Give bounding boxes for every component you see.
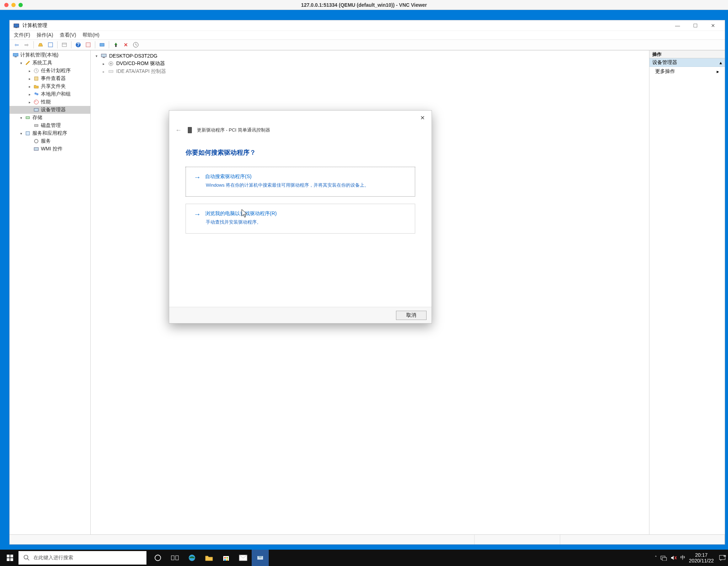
tree-collapse-icon[interactable]: ▾ — [19, 116, 23, 120]
tree-collapse-icon[interactable]: ▾ — [19, 61, 23, 65]
services-apps-icon — [25, 131, 31, 136]
taskbar-search[interactable]: 在此键入进行搜索 — [18, 551, 146, 565]
device-dvd[interactable]: ▸ DVD/CD-ROM 驱动器 — [94, 60, 646, 68]
tree-expand-icon[interactable]: ▸ — [27, 100, 32, 104]
tree-collapse-icon[interactable]: ▾ — [94, 54, 98, 58]
tree-expand-icon[interactable]: ▸ — [27, 77, 32, 81]
svg-rect-1 — [15, 27, 17, 28]
toolbar-enable-icon[interactable] — [112, 41, 120, 49]
computer-icon — [101, 53, 107, 59]
tray-up-arrow-icon[interactable]: ˄ — [655, 555, 657, 560]
svg-rect-41 — [224, 557, 226, 559]
option-browse-computer[interactable]: → 浏览我的电脑以查找驱动程序(R) 手动查找并安装驱动程序。 — [186, 204, 415, 234]
taskbar-edge-icon[interactable] — [183, 550, 200, 566]
toolbar-refresh-icon[interactable] — [84, 41, 92, 49]
actions-more-actions[interactable]: 更多操作 ▸ — [649, 67, 725, 76]
toolbar-up-icon[interactable] — [36, 41, 45, 49]
device-list-pane[interactable]: ▾ DESKTOP-DS3T2DG ▸ DVD/CD-ROM 驱动器 ▸ IDE… — [91, 50, 649, 534]
svg-rect-0 — [14, 24, 19, 27]
tools-icon — [25, 60, 31, 66]
menu-view[interactable]: 查看(V) — [60, 32, 76, 38]
svg-rect-7 — [86, 43, 90, 47]
device-host[interactable]: ▾ DESKTOP-DS3T2DG — [94, 52, 646, 60]
toolbar-update-driver-icon[interactable] — [132, 41, 140, 49]
mac-maximize-button[interactable] — [18, 3, 23, 7]
device-manager-icon — [33, 107, 39, 112]
svg-rect-20 — [34, 124, 38, 127]
taskbar-cortana-icon[interactable] — [149, 550, 166, 566]
tree-local-users[interactable]: ▸ 本地用户和组 — [10, 90, 90, 98]
svg-rect-9 — [115, 45, 117, 47]
option-auto-search[interactable]: → 自动搜索驱动程序(S) Windows 将在你的计算机中搜索最佳可用驱动程序… — [186, 167, 415, 197]
tree-expand-icon[interactable]: ▸ — [27, 85, 32, 89]
svg-point-16 — [36, 93, 38, 95]
option-browse-desc: 手动查找并安装驱动程序。 — [206, 219, 408, 225]
arrow-right-icon: → — [194, 210, 201, 218]
tray-action-center-icon[interactable]: 1 — [719, 555, 726, 561]
folder-icon — [33, 84, 39, 89]
tree-shared-folders[interactable]: ▸ 共享文件夹 — [10, 82, 90, 90]
toolbar-properties-icon[interactable] — [46, 41, 55, 49]
taskbar-store-icon[interactable] — [218, 550, 235, 566]
svg-rect-8 — [100, 43, 104, 46]
mmc-titlebar[interactable]: 计算机管理 — ☐ ✕ — [10, 20, 725, 31]
cancel-button[interactable]: 取消 — [396, 311, 427, 320]
tree-storage[interactable]: ▾ 存储 — [10, 114, 90, 122]
chevron-up-icon[interactable]: ▴ — [719, 60, 722, 65]
tree-expand-icon[interactable]: ▸ — [27, 69, 32, 73]
tree-services-apps[interactable]: ▾ 服务和应用程序 — [10, 129, 90, 137]
tree-system-tools[interactable]: ▾ 系统工具 — [10, 59, 90, 67]
svg-point-27 — [110, 63, 112, 64]
tray-volume-icon[interactable] — [670, 555, 677, 561]
taskbar-app-icon[interactable] — [252, 550, 269, 566]
toolbar-scan-icon[interactable] — [98, 41, 106, 49]
mac-close-button[interactable] — [4, 3, 9, 7]
menu-action[interactable]: 操作(A) — [37, 32, 53, 38]
storage-icon — [25, 115, 31, 120]
tray-ime-indicator[interactable]: 中 — [680, 555, 685, 561]
tray-network-icon[interactable] — [660, 555, 667, 561]
mmc-tree-pane[interactable]: 计算机管理(本地) ▾ 系统工具 ▸ 任务计划程序 ▸ — [10, 50, 91, 534]
toolbar-forward-icon[interactable]: ⇨ — [22, 41, 31, 49]
svg-rect-28 — [109, 70, 113, 73]
tree-wmi-control[interactable]: ▸ WMI 控件 — [10, 145, 90, 153]
mmc-minimize-button[interactable]: — — [669, 21, 686, 30]
menu-file[interactable]: 文件(F) — [14, 32, 30, 38]
svg-rect-33 — [10, 558, 13, 561]
svg-rect-40 — [223, 556, 229, 561]
users-icon — [33, 92, 39, 97]
dialog-close-button[interactable]: ✕ — [417, 113, 428, 122]
taskbar-taskview-icon[interactable] — [166, 550, 183, 566]
actions-section[interactable]: 设备管理器 ▴ — [649, 58, 725, 67]
toolbar-back-icon[interactable]: ⇦ — [12, 41, 21, 49]
tree-expand-icon[interactable]: ▸ — [27, 92, 32, 96]
toolbar-help-icon[interactable]: ? — [74, 41, 82, 49]
mac-minimize-button[interactable] — [11, 3, 16, 7]
device-ide[interactable]: ▸ IDE ATA/ATAPI 控制器 — [94, 68, 646, 75]
dialog-back-icon[interactable]: ← — [174, 127, 183, 134]
svg-rect-48 — [662, 557, 667, 561]
toolbar-list-icon[interactable] — [60, 41, 69, 49]
mmc-close-button[interactable]: ✕ — [705, 21, 721, 30]
tree-performance[interactable]: ▸ 性能 — [10, 98, 90, 106]
menu-help[interactable]: 帮助(H) — [82, 32, 99, 38]
tree-services[interactable]: ▸ 服务 — [10, 137, 90, 145]
toolbar-disable-icon[interactable]: ✕ — [122, 41, 130, 49]
tree-task-scheduler[interactable]: ▸ 任务计划程序 — [10, 67, 90, 75]
taskbar-explorer-icon[interactable] — [200, 550, 218, 566]
taskbar-mail-icon[interactable] — [235, 550, 252, 566]
tree-event-viewer[interactable]: ▸ 事件查看器 — [10, 75, 90, 82]
tree-device-manager[interactable]: ▸ 设备管理器 — [10, 106, 90, 114]
svg-rect-43 — [224, 559, 226, 561]
mmc-menu-bar: 文件(F) 操作(A) 查看(V) 帮助(H) — [10, 31, 725, 39]
tree-collapse-icon[interactable]: ▾ — [19, 132, 23, 135]
taskbar-clock[interactable]: 20:17 2020/11/22 — [689, 552, 714, 564]
mmc-maximize-button[interactable]: ☐ — [687, 21, 703, 30]
tree-disk-management[interactable]: ▸ 磁盘管理 — [10, 122, 90, 129]
disc-icon — [108, 61, 114, 66]
tree-root[interactable]: 计算机管理(本地) — [10, 51, 90, 59]
dialog-question: 你要如何搜索驱动程序？ — [186, 148, 415, 157]
start-button[interactable] — [1, 550, 18, 566]
tree-expand-icon[interactable]: ▸ — [101, 62, 106, 66]
tree-expand-icon[interactable]: ▸ — [101, 70, 106, 74]
